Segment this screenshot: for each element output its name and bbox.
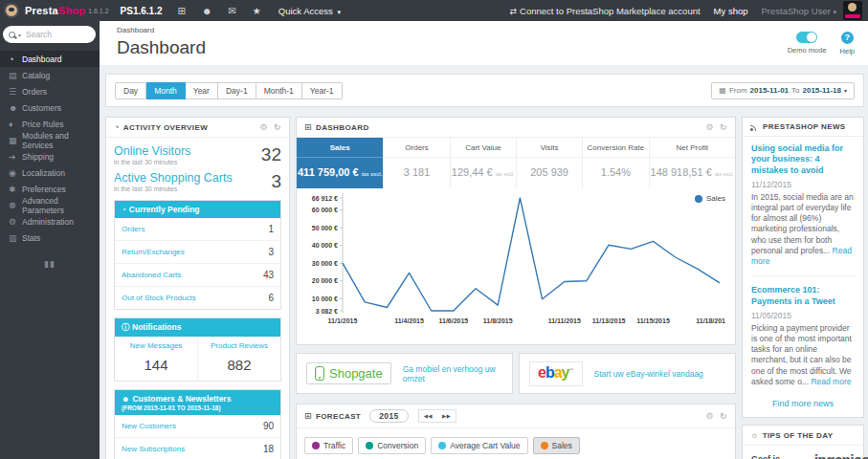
read-more-link[interactable]: Read more	[811, 377, 851, 386]
notifications-section: ⓘNotifications New Messages144 Product R…	[114, 317, 281, 382]
user-menu[interactable]: PrestaShop User ▾	[762, 6, 837, 16]
trophy-icon[interactable]: ★	[253, 6, 261, 16]
topbar: PrestaShop 1.6.1.2 PS1.6.1.2 ⊞ ☻ ✉ ★ Qui…	[0, 0, 868, 21]
legend-button-traffic[interactable]: Traffic	[304, 437, 353, 454]
sidebar-item-localization[interactable]: ◉Localization	[0, 164, 100, 181]
shop-name[interactable]: PS1.6.1.2	[121, 6, 163, 16]
previous-year-button[interactable]: ◀◀	[419, 410, 437, 422]
search-input[interactable]	[24, 29, 79, 40]
activity-icon: ◔	[114, 122, 120, 132]
svg-text:11/8/2015: 11/8/2015	[483, 317, 513, 324]
new-messages-cell: New Messages144	[115, 337, 197, 381]
traffic-dot-icon	[312, 442, 320, 449]
ebay-link[interactable]: Start uw eBay-winkel vandaag	[594, 369, 703, 379]
ingenico-logo[interactable]: ingenico Payment services	[798, 453, 868, 459]
range-button-year[interactable]: Year	[186, 82, 218, 99]
legend-button-conversion[interactable]: Conversion	[358, 437, 426, 454]
messages-icon[interactable]: ✉	[228, 6, 235, 16]
sidebar-item-shipping[interactable]: ➔Shipping	[0, 148, 100, 164]
range-button-month-1[interactable]: Month-1	[256, 82, 302, 99]
chart-legend[interactable]: Sales	[695, 194, 725, 203]
ebay-module-card: ebay™ Start uw eBay-winkel vandaag	[519, 353, 736, 394]
prestashop-news-panel: PRESTASHOP NEWS Using social media for y…	[742, 117, 864, 418]
legend-button-average-cart-value[interactable]: Average Cart Value	[431, 437, 527, 454]
range-button-month[interactable]: Month	[146, 82, 186, 99]
help-control: ? Help	[840, 32, 855, 65]
news-article-title[interactable]: Ecommerce 101: Payments in a Tweet	[751, 285, 855, 307]
range-button-day[interactable]: Day	[115, 82, 146, 99]
news-panel-title: PRESTASHOP NEWS	[763, 122, 846, 131]
kpi-conversion-rate[interactable]: Conversion Rate1.54%	[583, 138, 649, 188]
sidebar-item-advanced-parameters[interactable]: ☸Advanced Parameters	[0, 197, 100, 213]
legend-button-sales[interactable]: Sales	[533, 437, 580, 454]
sales-legend-dot-icon	[695, 195, 702, 203]
sidebar-item-orders[interactable]: ☰Orders	[0, 83, 100, 99]
collapse-menu-icon[interactable]: ▮▮	[0, 259, 100, 269]
sidebar-item-catalog[interactable]: ▤Catalog	[0, 67, 100, 83]
quick-access-menu[interactable]: Quick Access ▾	[278, 6, 341, 16]
help-icon[interactable]: ?	[841, 32, 854, 44]
refresh-icon[interactable]: ↻	[274, 122, 281, 132]
list-item: Orders1	[115, 218, 280, 241]
breadcrumb[interactable]: Dashboard	[117, 26, 206, 34]
search-scope-caret-icon[interactable]: ▾	[18, 32, 21, 38]
forecast-year: 2015	[369, 409, 409, 423]
demo-mode-control: Demo mode	[788, 32, 827, 65]
online-visitors-stat: Online Visitorsin the last 30 minutes 32	[114, 144, 281, 165]
gear-icon[interactable]: ⚙	[260, 122, 268, 132]
prestashop-admin: PrestaShop 1.6.1.2 PS1.6.1.2 ⊞ ☻ ✉ ★ Qui…	[0, 0, 868, 459]
kpi-visits[interactable]: Visits205 939	[517, 138, 583, 188]
sales-chart: Sales 66 912 €60 000 €50 000 €40 000 €30…	[297, 188, 735, 344]
shopgate-link[interactable]: Ga mobiel en verhoog uw omzet	[403, 364, 502, 383]
active-carts-stat: Active Shopping Cartsin the last 30 minu…	[114, 171, 281, 192]
demo-mode-toggle[interactable]	[796, 32, 817, 43]
marketplace-link[interactable]: ⇄Connect to PrestaShop Marketplace accou…	[510, 6, 701, 16]
dashboard-panel-title: DASHBOARD	[316, 123, 369, 132]
news-article-title[interactable]: Using social media for your business: 4 …	[751, 143, 855, 176]
svg-text:11/11/2015: 11/11/2015	[548, 317, 581, 324]
info-icon: ⓘ	[122, 323, 129, 332]
sidebar-item-stats[interactable]: ▥Stats	[0, 230, 100, 246]
range-button-year-1[interactable]: Year-1	[302, 82, 343, 99]
topbar-icons: ⊞ ☻ ✉ ★	[177, 6, 260, 16]
list-item: Out of Stock Products6	[115, 287, 280, 309]
chevron-down-icon: ▾	[844, 87, 847, 94]
sidebar-item-customers[interactable]: ☻Customers	[0, 99, 100, 116]
user-avatar[interactable]	[843, 1, 862, 20]
customer-icon[interactable]: ☻	[202, 6, 212, 16]
sidebar-item-administration[interactable]: ⚙Administration	[0, 213, 100, 230]
refresh-icon[interactable]: ↻	[720, 411, 727, 421]
sidebar-item-preferences[interactable]: ✱Preferences	[0, 181, 100, 197]
sidebar-item-dashboard[interactable]: ◔Dashboard	[0, 51, 100, 67]
svg-text:11/18/201: 11/18/201	[696, 317, 725, 324]
date-range-picker[interactable]: ▦ From2015-11-01 To2015-11-18 ▾	[711, 82, 855, 99]
kpi-orders[interactable]: Orders3 181	[384, 138, 450, 188]
preferences-icon: ✱	[9, 185, 22, 194]
help-label: Help	[840, 47, 855, 55]
gear-icon[interactable]: ⚙	[706, 122, 714, 132]
forecast-pager: ◀◀ ▶▶	[418, 409, 457, 423]
cart-icon[interactable]: ⊞	[177, 6, 185, 16]
administration-icon: ⚙	[9, 217, 22, 227]
next-year-button[interactable]: ▶▶	[437, 410, 456, 422]
kpi-cart-value[interactable]: Cart Value129,44 € tax excl.	[451, 138, 517, 188]
svg-text:3 082 €: 3 082 €	[316, 308, 338, 315]
online-visitors-value: 32	[261, 144, 281, 165]
sidebar-search[interactable]: ▾	[3, 26, 96, 43]
sidebar-item-modules[interactable]: ▦Modules and Services	[0, 132, 100, 148]
my-shop-link[interactable]: My shop	[714, 6, 748, 16]
main-content: Dashboard Dashboard Demo mode ? Help Day…	[100, 21, 868, 459]
svg-text:10 000 €: 10 000 €	[312, 295, 338, 302]
prestashop-logo-icon	[4, 3, 19, 18]
sidebar-item-price-rules[interactable]: ♦Price Rules	[0, 116, 100, 132]
kpi-net-profit[interactable]: Net Profit148 918,51 € tax excl.	[650, 138, 735, 188]
sales-dot-icon	[541, 442, 548, 449]
find-more-news-link[interactable]: Find more news	[751, 399, 855, 408]
refresh-icon[interactable]: ↻	[720, 122, 727, 132]
gear-icon[interactable]: ⚙	[706, 411, 714, 421]
kpi-sales[interactable]: Sales411 759,00 € tax excl.	[297, 138, 384, 188]
page-title: Dashboard	[117, 37, 206, 58]
shopgate-logo: Shopgate	[306, 362, 391, 384]
list-item: New Customers90	[115, 415, 280, 438]
range-button-day-1[interactable]: Day-1	[218, 82, 256, 99]
